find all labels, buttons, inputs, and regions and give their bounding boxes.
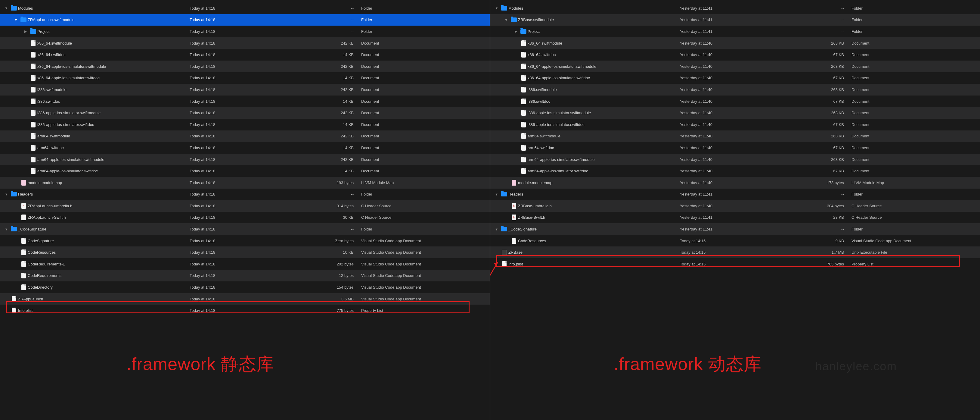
file-row[interactable]: i386.swiftdocYesterday at 11:4067 KBDocu… xyxy=(490,96,980,107)
date-modified: Yesterday at 11:41 xyxy=(680,215,791,220)
file-size: 14 KB xyxy=(301,122,361,127)
file-row[interactable]: x86_64.swiftmoduleYesterday at 11:40263 … xyxy=(490,37,980,49)
file-row[interactable]: hZRAppLaunch-Swift.hToday at 14:1830 KBC… xyxy=(0,212,490,224)
file-row[interactable]: Info.plistToday at 14:15765 bytesPropert… xyxy=(490,258,980,270)
date-modified: Today at 14:18 xyxy=(189,134,301,138)
file-row[interactable]: arm64-apple-ios-simulator.swiftdocToday … xyxy=(0,165,490,177)
file-row[interactable]: CodeDirectoryToday at 14:18154 bytesVisu… xyxy=(0,281,490,293)
name-cell: x86_64.swiftmodule xyxy=(493,40,680,46)
document-icon xyxy=(519,99,528,104)
file-row[interactable]: x86_64-apple-ios-simulator.swiftdocToday… xyxy=(0,72,490,84)
file-row[interactable]: ▶ProjectYesterday at 11:41--Folder xyxy=(490,26,980,37)
file-row[interactable]: ▼ModulesYesterday at 11:41--Folder xyxy=(490,2,980,14)
file-list-right[interactable]: ▼ModulesYesterday at 11:41--Folder▼ZRBas… xyxy=(490,0,980,270)
file-row[interactable]: ▼HeadersYesterday at 11:41--Folder xyxy=(490,188,980,200)
file-row[interactable]: x86_64.swiftdocYesterday at 11:4067 KBDo… xyxy=(490,49,980,61)
file-kind: Document xyxy=(851,41,974,45)
name-cell: arm64.swiftdoc xyxy=(3,145,189,151)
file-row[interactable]: i386-apple-ios-simulator.swiftmoduleYest… xyxy=(490,107,980,119)
file-row[interactable]: hZRBase-Swift.hYesterday at 11:4123 KBC … xyxy=(490,212,980,224)
file-row[interactable]: ▼ZRBase.swiftmoduleYesterday at 11:41--F… xyxy=(490,14,980,26)
file-row[interactable]: x86_64-apple-ios-simulator.swiftmoduleTo… xyxy=(0,61,490,72)
file-row[interactable]: ▼ZRAppLaunch.swiftmoduleToday at 14:18--… xyxy=(0,14,490,26)
file-row[interactable]: ZRAppLaunchToday at 14:183.5 MBVisual St… xyxy=(0,293,490,305)
file-row[interactable]: arm64-apple-ios-simulator.swiftdocYester… xyxy=(490,165,980,177)
date-modified: Today at 14:15 xyxy=(680,250,791,255)
file-size: 9 KB xyxy=(791,239,851,243)
document-icon xyxy=(29,75,37,81)
chevron-down-icon[interactable]: ▼ xyxy=(3,6,10,10)
date-modified: Yesterday at 11:41 xyxy=(680,29,791,34)
file-row[interactable]: arm64.swiftmoduleToday at 14:18242 KBDoc… xyxy=(0,131,490,142)
file-row[interactable]: ▶ProjectToday at 14:18--Folder xyxy=(0,26,490,37)
chevron-down-icon[interactable]: ▼ xyxy=(493,6,500,10)
file-row[interactable]: hZRAppLaunch-umbrella.hToday at 14:18314… xyxy=(0,200,490,212)
file-kind: Visual Studio Code.app Document xyxy=(361,285,484,289)
name-cell: ZRBase xyxy=(493,250,680,255)
file-row[interactable]: x86_64.swiftdocToday at 14:1814 KBDocume… xyxy=(0,49,490,61)
file-row[interactable]: arm64.swiftmoduleYesterday at 11:40263 K… xyxy=(490,131,980,142)
file-size: 67 KB xyxy=(791,145,851,150)
chevron-down-icon[interactable]: ▼ xyxy=(493,193,500,196)
file-row[interactable]: arm64-apple-ios-simulator.swiftmoduleYes… xyxy=(490,154,980,165)
file-row[interactable]: Info.plistToday at 14:18775 bytesPropert… xyxy=(0,305,490,316)
file-name: arm64.swiftmodule xyxy=(37,134,70,138)
file-row[interactable]: arm64.swiftdocYesterday at 11:4067 KBDoc… xyxy=(490,142,980,154)
document-icon xyxy=(519,75,528,81)
file-row[interactable]: x86_64.swiftmoduleToday at 14:18242 KBDo… xyxy=(0,37,490,49)
chevron-down-icon[interactable]: ▼ xyxy=(13,18,19,22)
file-row[interactable]: x86_64-apple-ios-simulator.swiftdocYeste… xyxy=(490,72,980,84)
file-row[interactable]: i386.swiftdocToday at 14:1814 KBDocument xyxy=(0,96,490,107)
chevron-down-icon[interactable]: ▼ xyxy=(493,227,500,231)
file-row[interactable]: x86_64-apple-ios-simulator.swiftmoduleYe… xyxy=(490,61,980,72)
date-modified: Today at 14:18 xyxy=(189,145,301,150)
chevron-down-icon[interactable]: ▼ xyxy=(503,18,509,22)
file-kind: Visual Studio Code.app Document xyxy=(851,239,974,243)
file-row[interactable]: CodeSignatureToday at 14:18Zero bytesVis… xyxy=(0,235,490,247)
file-row[interactable]: ZRBaseToday at 14:151.7 MBUnix Executabl… xyxy=(490,246,980,258)
chevron-down-icon[interactable]: ▼ xyxy=(3,227,10,231)
file-kind: Document xyxy=(361,169,484,173)
file-size: 304 bytes xyxy=(791,204,851,208)
file-kind: Document xyxy=(851,53,974,57)
name-cell: ▶Project xyxy=(3,29,189,34)
file-row[interactable]: hZRBase-umbrella.hYesterday at 11:40304 … xyxy=(490,200,980,212)
file-name: CodeDirectory xyxy=(28,285,52,289)
chevron-right-icon[interactable]: ▶ xyxy=(22,30,29,34)
file-row[interactable]: ▼_CodeSignatureYesterday at 11:41--Folde… xyxy=(490,223,980,235)
file-row[interactable]: i386.swiftmoduleYesterday at 11:40263 KB… xyxy=(490,84,980,96)
file-name: arm64-apple-ios-simulator.swiftdoc xyxy=(528,169,588,173)
file-size: 14 KB xyxy=(301,99,361,104)
date-modified: Yesterday at 11:41 xyxy=(680,227,791,232)
file-row[interactable]: ▼HeadersToday at 14:18--Folder xyxy=(0,188,490,200)
file-size: 263 KB xyxy=(791,157,851,162)
file-row[interactable]: i386-apple-ios-simulator.swiftdocToday a… xyxy=(0,119,490,131)
file-row[interactable]: ▼_CodeSignatureToday at 14:18--Folder xyxy=(0,223,490,235)
file-list-left[interactable]: ▼ModulesToday at 14:18--Folder▼ZRAppLaun… xyxy=(0,0,490,316)
file-row[interactable]: module.modulemapYesterday at 11:40173 by… xyxy=(490,177,980,188)
name-cell: arm64.swiftmodule xyxy=(493,133,680,139)
watermark: hanleylee.com xyxy=(815,360,897,373)
file-row[interactable]: CodeRequirements-1Today at 14:18202 byte… xyxy=(0,258,490,270)
folder-icon xyxy=(19,18,28,22)
header-file-icon: h xyxy=(509,203,518,209)
date-modified: Yesterday at 11:40 xyxy=(680,122,791,127)
file-row[interactable]: arm64.swiftdocToday at 14:1814 KBDocumen… xyxy=(0,142,490,154)
file-row[interactable]: i386.swiftmoduleToday at 14:18242 KBDocu… xyxy=(0,84,490,96)
file-row[interactable]: i386-apple-ios-simulator.swiftdocYesterd… xyxy=(490,119,980,131)
chevron-down-icon[interactable]: ▼ xyxy=(3,193,10,196)
file-row[interactable]: ▼ModulesToday at 14:18--Folder xyxy=(0,2,490,14)
file-row[interactable]: CodeRequirementsToday at 14:1812 bytesVi… xyxy=(0,270,490,282)
document-icon xyxy=(519,122,528,128)
file-row[interactable]: module.modulemapToday at 14:18193 bytesL… xyxy=(0,177,490,188)
file-row[interactable]: i386-apple-ios-simulator.swiftmoduleToda… xyxy=(0,107,490,119)
document-icon xyxy=(519,40,528,46)
file-row[interactable]: CodeResourcesToday at 14:1810 KBVisual S… xyxy=(0,246,490,258)
right-pane: ▼ModulesYesterday at 11:41--Folder▼ZRBas… xyxy=(490,0,980,420)
file-row[interactable]: arm64-apple-ios-simulator.swiftmoduleTod… xyxy=(0,154,490,165)
file-row[interactable]: CodeResourcesToday at 14:159 KBVisual St… xyxy=(490,235,980,247)
chevron-right-icon[interactable]: ▶ xyxy=(512,30,519,34)
date-modified: Today at 14:18 xyxy=(189,250,301,255)
name-cell: CodeResources xyxy=(3,249,189,255)
file-kind: Folder xyxy=(851,29,974,34)
